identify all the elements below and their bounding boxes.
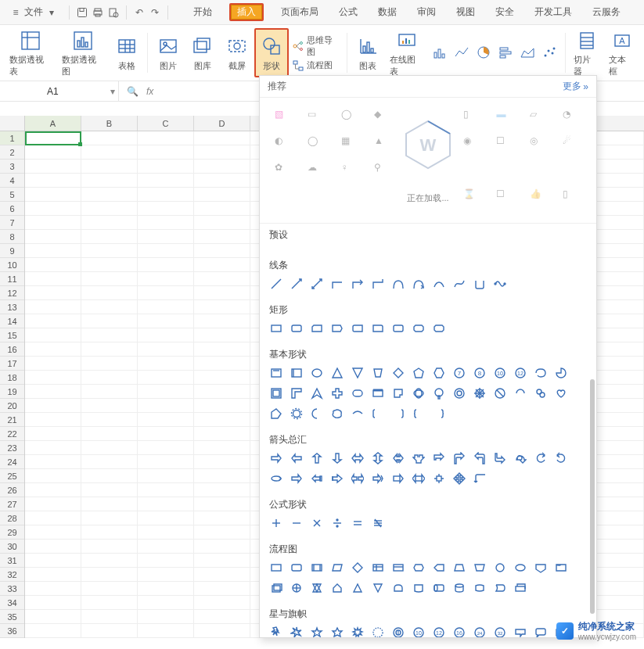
row-header[interactable]: 17 xyxy=(0,357,24,371)
cell[interactable] xyxy=(194,131,250,145)
cell[interactable] xyxy=(194,596,250,610)
row-header[interactable]: 11 xyxy=(0,272,24,286)
arrow-shape-icon[interactable] xyxy=(351,451,365,465)
cell[interactable] xyxy=(25,385,81,399)
cell[interactable] xyxy=(81,131,138,145)
table-button[interactable]: 表格 xyxy=(110,28,144,77)
star-shape-icon[interactable]: 10 xyxy=(412,626,426,637)
flowchart-shape-icon[interactable] xyxy=(330,581,344,595)
basic-shape-icon[interactable] xyxy=(391,407,405,421)
cell[interactable] xyxy=(25,568,81,582)
cell[interactable] xyxy=(194,385,250,399)
shapes-button[interactable]: 形状 xyxy=(254,28,289,77)
cell[interactable] xyxy=(138,272,194,286)
scrollbar-thumb[interactable] xyxy=(590,379,595,614)
cell[interactable] xyxy=(194,230,250,244)
tab-view[interactable]: 视图 xyxy=(453,2,478,22)
cell[interactable] xyxy=(138,624,194,638)
row-header[interactable]: 21 xyxy=(0,413,24,427)
flowchart-shape-icon[interactable] xyxy=(269,561,283,575)
equation-shape-icon[interactable] xyxy=(371,516,385,530)
preview-placeholder-icon[interactable]: ▯ xyxy=(463,109,482,127)
line-chart-icon[interactable] xyxy=(454,45,471,62)
cell[interactable] xyxy=(138,300,194,314)
arrow-shape-icon[interactable] xyxy=(432,472,446,486)
flowchart-shape-icon[interactable] xyxy=(290,581,304,595)
picture-button[interactable]: 图片 xyxy=(151,28,185,77)
rect-shape-icon[interactable] xyxy=(391,321,405,335)
preview-placeholder-icon[interactable]: ☄ xyxy=(563,135,581,154)
cell[interactable] xyxy=(194,413,250,427)
tab-security[interactable]: 安全 xyxy=(492,2,517,22)
cell[interactable] xyxy=(25,300,81,314)
row-header[interactable]: 19 xyxy=(0,385,24,399)
cell[interactable] xyxy=(25,342,81,357)
line-shape-icon[interactable] xyxy=(391,277,405,291)
cell[interactable] xyxy=(194,145,250,160)
gallery-button[interactable]: 图库 xyxy=(185,28,220,77)
row-header[interactable]: 2 xyxy=(0,145,24,160)
row-header[interactable]: 3 xyxy=(0,160,24,174)
more-link[interactable]: 更多» xyxy=(563,80,588,93)
star-shape-icon[interactable] xyxy=(310,626,324,637)
cell[interactable] xyxy=(81,286,138,300)
cell[interactable] xyxy=(25,216,81,230)
row-header[interactable]: 22 xyxy=(0,427,24,441)
rect-shape-icon[interactable] xyxy=(351,321,365,335)
row-header[interactable]: 23 xyxy=(0,441,24,455)
cell[interactable] xyxy=(81,413,138,427)
cell[interactable] xyxy=(194,342,250,357)
arrow-shape-icon[interactable] xyxy=(554,451,568,465)
basic-shape-icon[interactable] xyxy=(330,366,344,380)
cell[interactable] xyxy=(81,342,138,357)
flowchart-shape-icon[interactable] xyxy=(412,581,426,595)
flowchart-shape-icon[interactable] xyxy=(432,581,446,595)
cell[interactable] xyxy=(81,455,138,469)
flowchart-shape-icon[interactable] xyxy=(452,561,466,575)
column-header[interactable]: A xyxy=(25,116,81,131)
equation-shape-icon[interactable] xyxy=(330,516,344,530)
preview-placeholder-icon[interactable]: ✿ xyxy=(275,162,293,181)
cell[interactable] xyxy=(138,202,194,216)
panel-scrollbar[interactable] xyxy=(590,379,595,637)
basic-shape-icon[interactable] xyxy=(330,407,344,421)
scatter-chart-icon[interactable] xyxy=(541,45,559,62)
cell[interactable] xyxy=(25,525,81,540)
cell[interactable] xyxy=(138,286,194,300)
cell[interactable] xyxy=(194,399,250,413)
cell[interactable] xyxy=(194,540,250,554)
rect-shape-icon[interactable] xyxy=(290,321,304,335)
cell[interactable] xyxy=(81,497,138,511)
cell[interactable] xyxy=(138,244,194,258)
cell[interactable] xyxy=(138,497,194,511)
cell[interactable] xyxy=(25,188,81,202)
save-icon[interactable] xyxy=(76,6,88,19)
cell[interactable] xyxy=(194,328,250,342)
cell[interactable] xyxy=(138,342,194,357)
flowchart-shape-icon[interactable] xyxy=(432,561,446,575)
row-header[interactable]: 9 xyxy=(0,244,24,258)
tab-dev[interactable]: 开发工具 xyxy=(531,2,575,22)
flowchart-shape-icon[interactable] xyxy=(351,581,365,595)
star-shape-icon[interactable] xyxy=(513,626,527,637)
preview-placeholder-icon[interactable]: ▧ xyxy=(275,109,293,127)
flowchart-shape-icon[interactable] xyxy=(513,561,527,575)
arrow-shape-icon[interactable] xyxy=(330,472,344,486)
cell[interactable] xyxy=(194,300,250,314)
cell[interactable] xyxy=(25,272,81,286)
cell[interactable] xyxy=(138,371,194,385)
cell[interactable] xyxy=(138,469,194,483)
cell[interactable] xyxy=(138,328,194,342)
cell[interactable] xyxy=(81,371,138,385)
cell[interactable] xyxy=(194,427,250,441)
basic-shape-icon[interactable] xyxy=(432,407,446,421)
basic-shape-icon[interactable] xyxy=(351,386,365,400)
preview-placeholder-icon[interactable]: ▯ xyxy=(563,188,581,207)
cell[interactable] xyxy=(25,230,81,244)
file-menu[interactable]: ≡ 文件 ▾ xyxy=(5,4,63,20)
screenshot-button[interactable]: 截屏 xyxy=(220,28,254,77)
cell[interactable] xyxy=(81,568,138,582)
line-shape-icon[interactable] xyxy=(371,277,385,291)
basic-shape-icon[interactable] xyxy=(554,366,568,380)
row-header[interactable]: 34 xyxy=(0,596,24,610)
